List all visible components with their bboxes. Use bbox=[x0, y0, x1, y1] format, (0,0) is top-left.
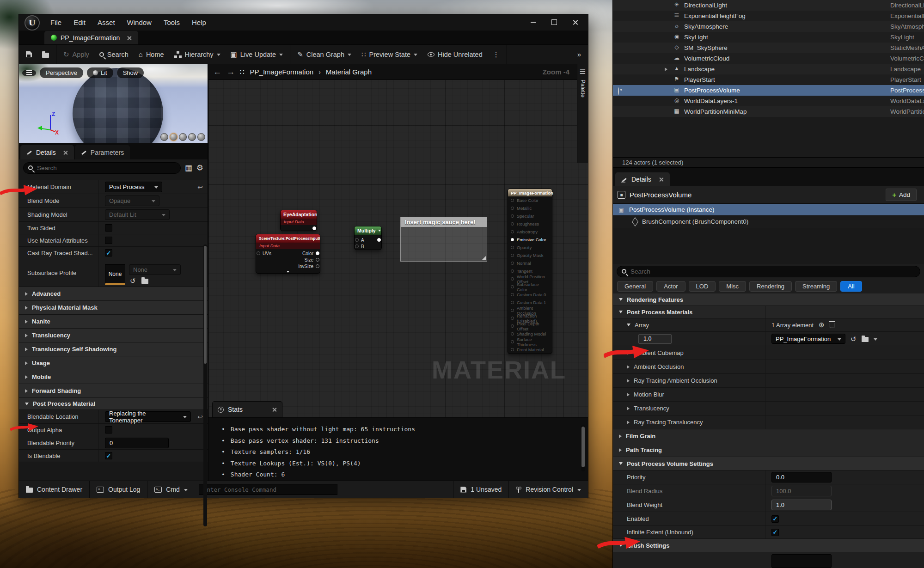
tab-pp-imageformation[interactable]: PP_ImageFormation bbox=[44, 31, 138, 44]
node-expand-icon[interactable] bbox=[287, 271, 289, 273]
outliner-row[interactable]: Landscape Landscape bbox=[613, 64, 924, 74]
menu-item[interactable]: Tools bbox=[158, 15, 186, 30]
shape-sphere-button[interactable] bbox=[170, 133, 177, 141]
back-button[interactable]: ← bbox=[213, 67, 221, 77]
details-section-header[interactable]: Usage bbox=[19, 356, 208, 370]
tab-close-icon[interactable] bbox=[63, 150, 68, 155]
home-button[interactable]: ⌂Home bbox=[134, 45, 169, 64]
is-blendable-checkbox[interactable] bbox=[105, 452, 112, 459]
two-sided-checkbox[interactable] bbox=[105, 224, 112, 232]
output-pin[interactable] bbox=[316, 251, 319, 255]
content-drawer-button[interactable]: Content Drawer bbox=[19, 481, 90, 498]
output-alpha-checkbox[interactable] bbox=[105, 426, 112, 434]
stats-close-icon[interactable] bbox=[272, 407, 277, 412]
material-attribute-pin[interactable] bbox=[511, 340, 514, 343]
show-button[interactable]: Show bbox=[117, 67, 144, 78]
filter-chip[interactable]: General bbox=[617, 281, 653, 292]
material-attribute-pin[interactable] bbox=[511, 222, 514, 226]
hide-unrelated-options-button[interactable]: ⋮ bbox=[488, 45, 505, 64]
outliner-row[interactable]: SM_SkySphere StaticMeshActor bbox=[613, 43, 924, 53]
unsaved-badge[interactable]: 1 Unsaved bbox=[453, 481, 508, 498]
material-attribute-pin[interactable] bbox=[511, 332, 514, 336]
comment-box[interactable]: Insert magic sauce here! bbox=[400, 217, 487, 262]
input-pin-b[interactable] bbox=[355, 244, 359, 248]
material-attribute-pin[interactable] bbox=[511, 214, 514, 218]
material-attribute-pin[interactable] bbox=[511, 293, 514, 296]
shape-cylinder-button[interactable] bbox=[160, 133, 168, 141]
use-material-attributes-checkbox[interactable] bbox=[105, 237, 112, 244]
shape-cube-button[interactable] bbox=[188, 133, 196, 141]
output-pin[interactable] bbox=[312, 226, 316, 230]
material-attribute-pin[interactable] bbox=[511, 285, 514, 288]
save-button[interactable] bbox=[21, 45, 37, 64]
breadcrumb-asset[interactable]: PP_ImageFormation bbox=[250, 68, 314, 76]
search-button[interactable]: Search bbox=[94, 45, 134, 64]
output-pin[interactable] bbox=[316, 258, 319, 262]
rendering-features-header[interactable]: Rendering Features bbox=[613, 293, 924, 306]
input-pin[interactable] bbox=[257, 251, 260, 255]
category-header[interactable]: Film Grain bbox=[613, 429, 924, 443]
details-section-header[interactable]: Physical Material Mask bbox=[19, 301, 208, 315]
tab-close-icon[interactable] bbox=[659, 177, 664, 182]
live-update-button[interactable]: ▣Live Update bbox=[226, 45, 288, 64]
material-attribute-pin[interactable] bbox=[511, 254, 514, 257]
node-scenetexture[interactable]: SceneTexture:PostProcessInput0 Input Dat… bbox=[256, 234, 320, 274]
use-selected-asset-icon[interactable]: ↺ bbox=[851, 336, 857, 342]
visibility-eye-icon[interactable] bbox=[618, 87, 619, 95]
reset-to-default-icon[interactable]: ↩ bbox=[197, 413, 203, 421]
instance-row[interactable]: PostProcessVolume (Instance) bbox=[613, 204, 924, 215]
details-section-header[interactable]: Advanced bbox=[19, 287, 208, 301]
blendable-priority-input[interactable]: 0 bbox=[105, 438, 169, 448]
outliner-row[interactable]: SkyLight SkyLight bbox=[613, 32, 924, 43]
material-attribute-pin[interactable] bbox=[511, 269, 514, 273]
outliner-row[interactable]: SkyAtmosphere SkyAtmosphere bbox=[613, 21, 924, 32]
filter-chip[interactable]: Misc bbox=[719, 281, 746, 292]
details-scrollbar[interactable] bbox=[203, 244, 207, 526]
details-section-header[interactable]: Translucency Self Shadowing bbox=[19, 342, 208, 356]
output-pin[interactable] bbox=[377, 238, 381, 242]
chevron-down-icon[interactable] bbox=[874, 338, 877, 341]
table-view-icon[interactable]: ▦ bbox=[185, 164, 192, 172]
outliner-row[interactable]: ExponentialHeightFog ExponentialHeightFo… bbox=[613, 11, 924, 21]
input-pin-a[interactable] bbox=[355, 238, 359, 242]
subsurface-profile-select[interactable]: None bbox=[129, 264, 181, 275]
settings-gear-icon[interactable]: ⚙ bbox=[196, 164, 203, 172]
comment-resize-handle[interactable] bbox=[482, 256, 486, 260]
material-attribute-pin[interactable] bbox=[511, 348, 514, 351]
console-command-input[interactable] bbox=[203, 486, 333, 493]
material-attribute-pin[interactable] bbox=[511, 262, 514, 265]
material-attribute-pin[interactable] bbox=[511, 277, 514, 281]
toolbar-overflow-button[interactable]: » bbox=[572, 45, 586, 64]
outliner-row[interactable]: DirectionalLight DirectionalLight bbox=[613, 0, 924, 11]
infinite-extent-checkbox[interactable] bbox=[771, 529, 779, 536]
material-attribute-pin[interactable] bbox=[511, 309, 514, 312]
viewport-menu-button[interactable] bbox=[22, 70, 36, 76]
apply-button[interactable]: ↻Apply bbox=[58, 45, 94, 64]
tab-details[interactable]: Details bbox=[20, 145, 74, 159]
material-attribute-pin[interactable] bbox=[511, 324, 514, 328]
blend-weight-input[interactable]: 1.0 bbox=[638, 334, 672, 344]
outliner-row[interactable]: WorldPartitionMiniMap WorldPartitionMini… bbox=[613, 106, 924, 117]
palette-tab[interactable]: ☰ Palette bbox=[577, 64, 588, 163]
filter-chip[interactable]: Streaming bbox=[795, 281, 837, 292]
browse-asset-icon[interactable] bbox=[141, 279, 148, 284]
preview-state-button[interactable]: ∷Preview State bbox=[356, 45, 422, 64]
blendable-location-select[interactable]: Replacing the Tonemapper bbox=[105, 411, 191, 422]
expander-icon[interactable] bbox=[665, 67, 667, 71]
filter-chip[interactable]: Rendering bbox=[749, 281, 792, 292]
menu-item[interactable]: Edit bbox=[67, 15, 92, 30]
reset-to-default-icon[interactable]: ↩ bbox=[197, 183, 203, 191]
material-attribute-pin[interactable] bbox=[511, 301, 514, 304]
hierarchy-button[interactable]: Hierarchy bbox=[169, 45, 226, 64]
subsection-header[interactable]: Ambient Cubemap bbox=[613, 346, 924, 360]
subsection-header[interactable]: Ambient Occlusion bbox=[613, 360, 924, 374]
close-button[interactable] bbox=[565, 14, 586, 30]
tab-parameters[interactable]: Parameters bbox=[75, 145, 130, 159]
material-attribute-pin[interactable] bbox=[511, 317, 514, 320]
material-attribute-pin[interactable] bbox=[511, 230, 514, 233]
node-multiply[interactable]: Multiply A B bbox=[354, 226, 382, 250]
use-selected-asset-icon[interactable]: ↺ bbox=[130, 277, 136, 284]
blend-weight-input[interactable]: 1.0 bbox=[771, 500, 832, 510]
enabled-checkbox[interactable] bbox=[771, 515, 779, 523]
output-log-button[interactable]: ≡Output Log bbox=[90, 481, 147, 498]
